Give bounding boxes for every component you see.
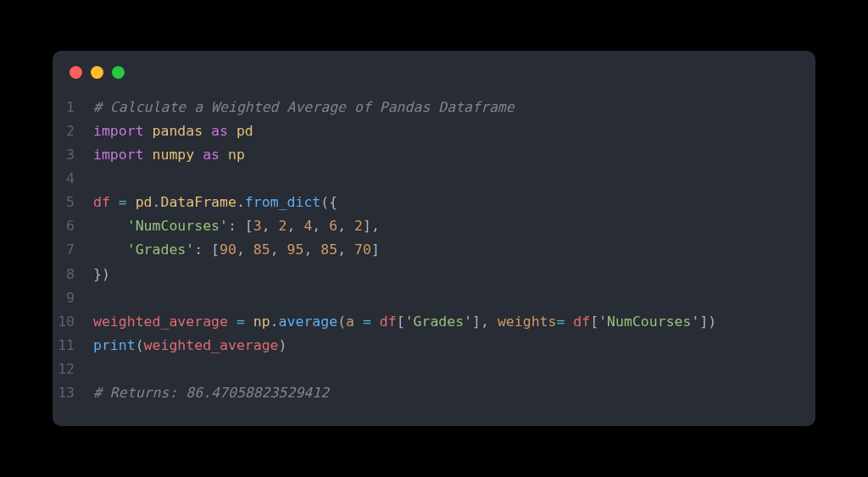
token-punc: ], bbox=[472, 313, 498, 330]
minimize-traffic-light[interactable] bbox=[91, 66, 103, 79]
code-line: 8}) bbox=[53, 263, 815, 286]
code-line: 9 bbox=[53, 286, 815, 310]
token-punc: , bbox=[337, 241, 354, 258]
token-paren: ({ bbox=[320, 194, 337, 210]
token-number: 85 bbox=[253, 241, 270, 258]
token-operator: = bbox=[363, 313, 371, 330]
code-line: 1# Calculate a Weighted Average of Panda… bbox=[53, 96, 815, 119]
token-punc: , bbox=[337, 218, 354, 234]
token-keyword: as bbox=[211, 123, 228, 139]
close-traffic-light[interactable] bbox=[70, 66, 82, 79]
token-param: weights bbox=[498, 313, 557, 330]
token-punc: [ bbox=[590, 313, 598, 330]
token-keyword: import bbox=[93, 147, 144, 163]
token-function: average bbox=[279, 313, 338, 330]
token-punc: : [ bbox=[228, 218, 253, 234]
token-punc: . bbox=[236, 194, 245, 210]
token-operator: = bbox=[119, 194, 127, 210]
token-keyword: import bbox=[93, 123, 144, 139]
token-operator: = bbox=[236, 313, 245, 330]
token-punc bbox=[228, 313, 236, 330]
token-paren: ) bbox=[708, 313, 716, 330]
token-function: from_dict bbox=[245, 194, 320, 210]
line-code: print(weighted_average) bbox=[93, 334, 287, 358]
code-line: 4 bbox=[53, 167, 815, 191]
token-module: pandas bbox=[153, 123, 203, 139]
token-variable: weighted_average bbox=[93, 313, 228, 330]
code-line: 13# Returns: 86.47058823529412 bbox=[53, 381, 815, 405]
token-punc: ] bbox=[371, 241, 380, 258]
token-punc: , bbox=[312, 218, 329, 234]
token-number: 70 bbox=[354, 241, 371, 258]
line-number: 2 bbox=[53, 119, 93, 143]
line-number: 12 bbox=[53, 358, 93, 381]
window-header bbox=[53, 51, 815, 87]
line-code: import numpy as np bbox=[93, 143, 245, 167]
line-code: import pandas as pd bbox=[93, 119, 253, 143]
token-punc: , bbox=[262, 218, 279, 234]
line-code: weighted_average = np.average(a = df['Gr… bbox=[93, 310, 716, 334]
token-punc bbox=[110, 194, 119, 210]
token-punc: , bbox=[236, 241, 253, 258]
code-line: 11print(weighted_average) bbox=[53, 334, 815, 358]
line-number: 11 bbox=[53, 334, 93, 358]
token-number: 95 bbox=[287, 241, 304, 258]
token-module: pd bbox=[236, 123, 253, 139]
line-code: }) bbox=[93, 263, 110, 286]
token-number: 2 bbox=[279, 218, 287, 234]
line-number: 3 bbox=[53, 143, 93, 167]
maximize-traffic-light[interactable] bbox=[112, 66, 125, 79]
token-punc: . bbox=[153, 194, 161, 210]
line-number: 6 bbox=[53, 214, 93, 238]
code-line: 5df = pd.DataFrame.from_dict({ bbox=[53, 191, 815, 214]
token-variable: df bbox=[573, 313, 590, 330]
token-module: np bbox=[228, 147, 245, 163]
token-paren: ) bbox=[279, 337, 287, 353]
token-number: 3 bbox=[253, 218, 262, 234]
token-punc: , bbox=[270, 241, 287, 258]
code-content: 1# Calculate a Weighted Average of Panda… bbox=[53, 87, 815, 426]
token-string: 'Grades' bbox=[405, 313, 472, 330]
line-number: 4 bbox=[53, 167, 93, 191]
line-code: # Calculate a Weighted Average of Pandas… bbox=[93, 96, 515, 119]
token-punc bbox=[354, 313, 363, 330]
token-module: pd bbox=[136, 194, 153, 210]
token-string: 'NumCourses' bbox=[598, 313, 699, 330]
token-number: 2 bbox=[354, 218, 363, 234]
line-code bbox=[93, 167, 102, 191]
token-punc bbox=[93, 241, 127, 258]
token-punc: , bbox=[287, 218, 304, 234]
code-line: 10weighted_average = np.average(a = df['… bbox=[53, 310, 815, 334]
token-paren: ( bbox=[136, 337, 144, 353]
line-number: 8 bbox=[53, 263, 93, 286]
token-number: 85 bbox=[320, 241, 337, 258]
token-punc bbox=[220, 147, 228, 163]
token-punc: . bbox=[270, 313, 279, 330]
token-function: print bbox=[93, 337, 136, 353]
token-punc bbox=[245, 313, 253, 330]
token-punc bbox=[203, 123, 211, 139]
token-keyword: as bbox=[203, 147, 220, 163]
token-paren: }) bbox=[93, 266, 110, 282]
token-operator: = bbox=[556, 313, 565, 330]
token-punc bbox=[144, 123, 153, 139]
line-code bbox=[93, 358, 102, 381]
token-param: a bbox=[346, 313, 354, 330]
line-number: 13 bbox=[53, 381, 93, 405]
token-punc bbox=[144, 147, 153, 163]
token-number: 6 bbox=[329, 218, 337, 234]
token-punc bbox=[127, 194, 136, 210]
token-variable: df bbox=[93, 194, 110, 210]
code-line: 6 'NumCourses': [3, 2, 4, 6, 2], bbox=[53, 214, 815, 238]
token-punc bbox=[565, 313, 573, 330]
token-number: 90 bbox=[220, 241, 236, 258]
line-number: 7 bbox=[53, 238, 93, 262]
line-code: 'Grades': [90, 85, 95, 85, 70] bbox=[93, 238, 380, 262]
code-line: 7 'Grades': [90, 85, 95, 85, 70] bbox=[53, 238, 815, 262]
token-punc bbox=[194, 147, 203, 163]
token-punc bbox=[371, 313, 380, 330]
token-punc: , bbox=[303, 241, 320, 258]
line-code bbox=[93, 286, 102, 310]
code-window: 1# Calculate a Weighted Average of Panda… bbox=[53, 51, 815, 426]
token-punc: [ bbox=[397, 313, 405, 330]
